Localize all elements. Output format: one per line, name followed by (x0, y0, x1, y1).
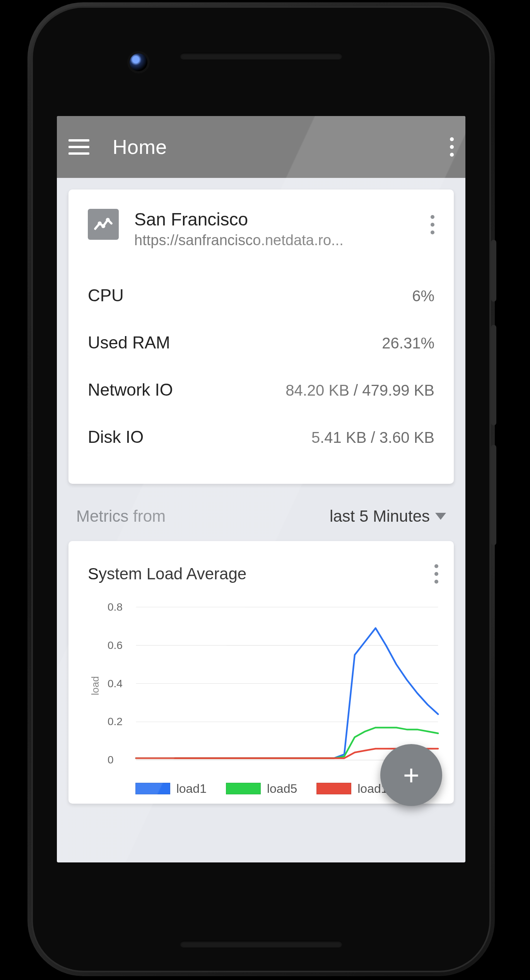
legend-swatch (135, 783, 170, 794)
svg-point-1 (101, 224, 105, 228)
legend-item: load5 (226, 782, 297, 796)
screen: Home San Francisco https:// (57, 116, 465, 862)
legend-swatch (316, 783, 351, 794)
plus-icon: + (403, 761, 419, 789)
add-fab[interactable]: + (380, 744, 442, 806)
legend-swatch (226, 783, 261, 794)
metric-label: Network IO (88, 380, 173, 400)
y-tick-label: 0.2 (108, 715, 123, 728)
server-menu-icon[interactable] (427, 211, 434, 238)
chart-ylabel: load (88, 603, 103, 768)
metric-row-disk: Disk IO 5.41 KB / 3.60 KB (88, 413, 434, 461)
metric-label: Disk IO (88, 427, 144, 447)
bottom-speaker (180, 941, 342, 948)
chart-icon (88, 209, 119, 240)
metric-row-cpu: CPU 6% (88, 272, 434, 319)
metric-label: Used RAM (88, 333, 170, 352)
chart-menu-icon[interactable] (431, 560, 438, 587)
range-select[interactable]: last 5 Minutes (330, 507, 446, 526)
power-button (491, 240, 496, 302)
top-speaker (180, 53, 342, 60)
y-tick-label: 0.8 (108, 601, 123, 613)
chart-plot: 00.20.40.60.8 (103, 603, 442, 768)
legend-label: load5 (267, 782, 297, 796)
chevron-down-icon (435, 513, 446, 520)
server-name: San Francisco (134, 209, 411, 230)
overflow-menu-icon[interactable] (446, 133, 454, 160)
server-card: San Francisco https://sanfrancisco.netda… (68, 190, 454, 484)
metric-row-ram: Used RAM 26.31% (88, 319, 434, 366)
y-tick-label: 0 (108, 754, 114, 766)
chart-title: System Load Average (88, 565, 246, 583)
server-header: San Francisco https://sanfrancisco.netda… (88, 209, 434, 249)
menu-icon[interactable] (68, 139, 89, 155)
range-selected: last 5 Minutes (330, 507, 430, 526)
content: San Francisco https://sanfrancisco.netda… (57, 178, 465, 831)
front-camera (130, 53, 147, 71)
volume-up-button (491, 325, 496, 425)
svg-point-2 (106, 218, 110, 222)
range-label: Metrics from (76, 507, 166, 526)
metrics-range-row: Metrics from last 5 Minutes (68, 499, 454, 541)
metric-label: CPU (88, 286, 124, 305)
metric-value: 5.41 KB / 3.60 KB (311, 429, 434, 446)
legend-label: load1 (176, 782, 207, 796)
y-tick-label: 0.6 (108, 639, 123, 652)
server-url: https://sanfrancisco.netdata.ro... (134, 232, 411, 249)
page-title: Home (113, 135, 446, 159)
chart-card: System Load Average load 00.20.40.60.8 l… (68, 541, 454, 804)
metric-value: 84.20 KB / 479.99 KB (286, 382, 434, 399)
svg-point-0 (98, 222, 102, 225)
metric-value: 6% (412, 287, 434, 305)
volume-down-button (491, 445, 496, 545)
y-tick-label: 0.4 (108, 678, 123, 690)
app-bar: Home (57, 116, 465, 178)
metric-row-network: Network IO 84.20 KB / 479.99 KB (88, 366, 434, 413)
legend-item: load1 (135, 782, 207, 796)
metric-value: 26.31% (382, 335, 434, 352)
phone-frame: Home San Francisco https:// (33, 8, 489, 971)
